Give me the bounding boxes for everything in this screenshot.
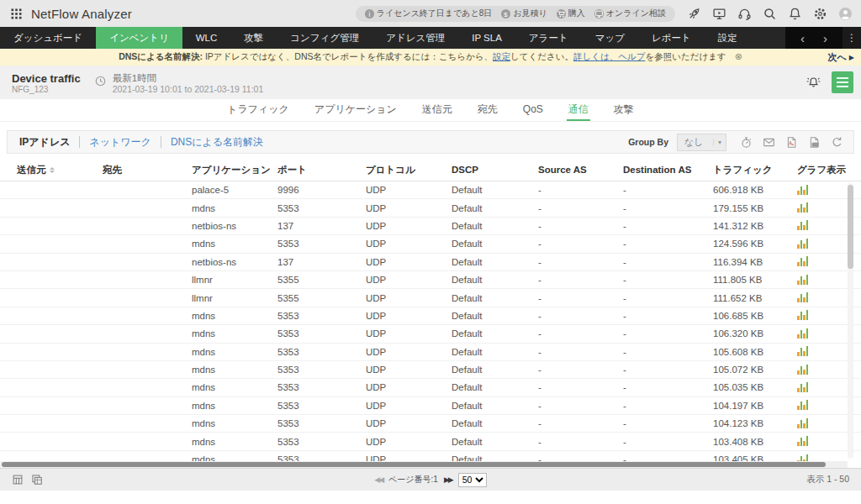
cell-source-as: -: [538, 347, 623, 357]
traffic-graph-icon[interactable]: [797, 399, 808, 410]
nav-item[interactable]: ダッシュボード: [0, 27, 96, 49]
nav-item[interactable]: マップ: [582, 27, 638, 49]
next-page-icon[interactable]: ▶▶: [444, 475, 452, 484]
schedule-icon[interactable]: [740, 136, 753, 149]
report-tab[interactable]: 送信元: [420, 99, 454, 121]
status-pill-item[interactable]: 購入: [557, 8, 585, 19]
nav-item[interactable]: アドレス管理: [372, 27, 458, 49]
nav-overflow-menu-icon[interactable]: ⋮: [843, 27, 861, 49]
traffic-graph-icon[interactable]: [797, 238, 808, 249]
report-tab[interactable]: トラフィック: [225, 99, 291, 121]
traffic-graph-icon[interactable]: [797, 345, 808, 356]
traffic-graph-icon[interactable]: [797, 454, 808, 461]
traffic-graph-icon[interactable]: [797, 202, 808, 213]
status-pill-item[interactable]: iライセンス終了日まであと8日: [365, 8, 493, 19]
group-by-select[interactable]: なし ▾: [677, 134, 726, 151]
report-tab[interactable]: アプリケーション: [313, 99, 399, 121]
apps-grid-icon[interactable]: [10, 8, 23, 20]
cell-protocol: UDP: [366, 311, 452, 321]
traffic-graph-icon[interactable]: [797, 274, 808, 285]
view-switch-item[interactable]: DNSによる名前解決: [161, 136, 272, 148]
report-title-block: Device traffic NFG_123: [12, 72, 81, 95]
nav-item[interactable]: インベントリ: [96, 27, 182, 49]
horizontal-scrollbar[interactable]: [0, 461, 848, 468]
csv-icon[interactable]: CSV: [808, 136, 821, 149]
traffic-graph-icon[interactable]: [797, 381, 808, 392]
demo-icon[interactable]: [712, 7, 726, 21]
column-header[interactable]: Destination AS: [623, 165, 713, 175]
column-header[interactable]: グラフ表示: [797, 164, 848, 176]
spacer: [0, 122, 861, 130]
table-row: mdns5353UDPDefault--124.596 KB: [0, 235, 861, 253]
nav-item[interactable]: 攻撃: [230, 27, 277, 49]
view-switch-item[interactable]: ネットワーク: [79, 136, 160, 148]
table-row: mdns5353UDPDefault--104.123 KB: [0, 415, 861, 433]
view-switch-item[interactable]: IPアドレス: [18, 136, 79, 148]
column-header[interactable]: ポート: [277, 164, 366, 176]
nav-item[interactable]: レポート: [638, 27, 705, 49]
nav-scroll-right-icon[interactable]: ›: [818, 31, 832, 45]
traffic-graph-icon[interactable]: [797, 255, 808, 266]
nav-item[interactable]: WLC: [182, 27, 231, 49]
column-header[interactable]: 送信元: [17, 164, 103, 176]
traffic-graph-icon[interactable]: [797, 435, 808, 446]
table-row: mdns5353UDPDefault--106.685 KB: [0, 307, 861, 325]
status-pill-item[interactable]: $お見積り: [501, 8, 547, 19]
nav-item[interactable]: 設定: [705, 27, 751, 49]
alert-config-icon[interactable]: [806, 76, 821, 89]
banner-close-icon[interactable]: ⊗: [735, 51, 742, 61]
refresh-icon[interactable]: [831, 136, 843, 149]
traffic-graph-icon[interactable]: [797, 364, 808, 375]
window-copy-icon[interactable]: [31, 474, 43, 486]
traffic-graph-icon[interactable]: [797, 309, 808, 320]
first-page-icon[interactable]: ◀◀: [374, 475, 383, 484]
nav-item[interactable]: コンフィグ管理: [277, 27, 372, 49]
column-header-label: 送信元: [17, 164, 46, 176]
column-header[interactable]: DSCP: [452, 165, 538, 175]
column-header[interactable]: アプリケーション: [192, 164, 277, 176]
banner-settings-link[interactable]: 設定: [493, 51, 510, 61]
app-title: NetFlow Analyzer: [31, 7, 132, 21]
notifications-icon[interactable]: [788, 7, 802, 21]
sort-icon[interactable]: [50, 167, 55, 173]
traffic-graph-icon[interactable]: [797, 219, 808, 230]
svg-text:$: $: [504, 10, 509, 18]
cell-port: 5353: [277, 347, 366, 357]
time-period[interactable]: 最新1時間 2021-03-19 10:01 to 2021-03-19 11:…: [94, 72, 264, 95]
column-header-label: トラフィック: [713, 164, 773, 176]
column-header[interactable]: 宛先: [103, 164, 192, 176]
page-size-select[interactable]: 50: [458, 473, 487, 487]
email-icon[interactable]: [763, 136, 775, 149]
traffic-graph-icon[interactable]: [797, 184, 808, 195]
status-pill-item[interactable]: オンライン相談: [594, 8, 666, 19]
column-header[interactable]: Source AS: [538, 165, 623, 175]
traffic-graph-icon[interactable]: [797, 328, 808, 339]
nav-scroll-left-icon[interactable]: ‹: [795, 31, 810, 45]
column-header[interactable]: プロトコル: [366, 164, 452, 176]
banner-next-button[interactable]: 次へ▶: [828, 49, 854, 66]
settings-icon[interactable]: [813, 7, 827, 21]
report-tab[interactable]: 攻撃: [612, 99, 636, 121]
vertical-scrollbar[interactable]: [848, 183, 853, 459]
pdf-icon[interactable]: [785, 136, 798, 149]
report-tab[interactable]: 通信: [567, 99, 590, 121]
traffic-graph-icon[interactable]: [797, 291, 808, 302]
avatar-icon[interactable]: [838, 7, 853, 21]
report-tab[interactable]: 宛先: [476, 99, 499, 121]
report-menu-button[interactable]: [832, 71, 853, 93]
vertical-scrollbar-thumb[interactable]: [848, 185, 853, 269]
nav-item[interactable]: アラート: [515, 27, 582, 49]
rocket-icon[interactable]: [687, 7, 701, 21]
traffic-graph-icon[interactable]: [797, 417, 808, 428]
cell-destination-as: -: [623, 382, 713, 392]
horizontal-scrollbar-thumb[interactable]: [2, 462, 826, 467]
nav-scroll-arrows: ‹ ›: [785, 27, 843, 49]
table-view-icon[interactable]: [12, 474, 24, 486]
cell-dscp: Default: [452, 401, 538, 411]
banner-help-link[interactable]: 詳しくは、ヘルプ: [573, 51, 645, 61]
nav-item[interactable]: IP SLA: [458, 27, 515, 49]
support-icon[interactable]: [737, 7, 752, 21]
report-tab[interactable]: QoS: [521, 99, 545, 121]
search-icon[interactable]: [763, 7, 777, 21]
column-header[interactable]: トラフィック: [713, 164, 797, 176]
